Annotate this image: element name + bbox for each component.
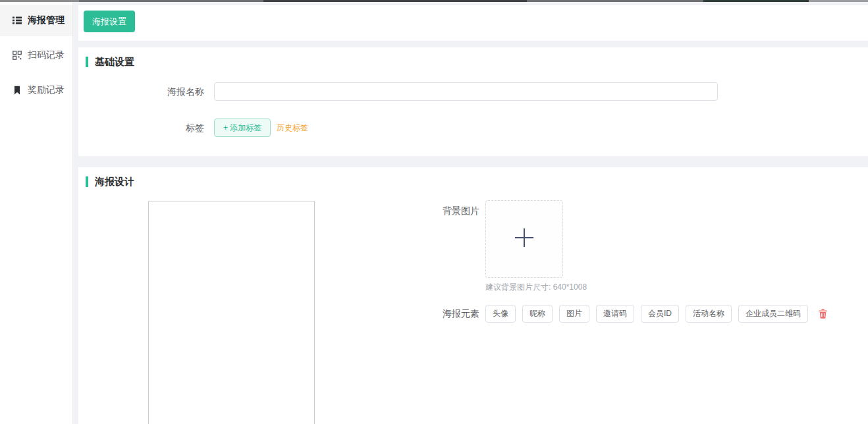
poster-name-input[interactable] — [214, 82, 718, 101]
basic-settings-header: 基础设置 — [86, 57, 134, 67]
history-tags-link[interactable]: 历史标签 — [277, 119, 308, 137]
poster-element-button[interactable]: 会员ID — [641, 305, 679, 323]
poster-element-button[interactable]: 邀请码 — [596, 305, 634, 323]
toolbar-card: 海报设置 — [78, 5, 868, 41]
plus-icon — [514, 227, 535, 251]
poster-element-button[interactable]: 昵称 — [522, 305, 553, 323]
section-title: 基础设置 — [95, 57, 134, 67]
sidebar-item-poster-management[interactable]: 海报管理 — [0, 5, 72, 36]
sidebar-item-label: 奖励记录 — [28, 84, 65, 96]
upload-size-hint: 建议背景图片尺寸: 640*1008 — [485, 282, 587, 293]
poster-element-button[interactable]: 图片 — [559, 305, 589, 323]
poster-element-button[interactable]: 活动名称 — [686, 305, 732, 323]
background-image-upload[interactable] — [485, 200, 563, 278]
poster-settings-button[interactable]: 海报设置 — [84, 11, 135, 32]
sidebar-item-label: 海报管理 — [28, 14, 65, 26]
list-icon — [13, 16, 22, 25]
poster-design-header: 海报设计 — [86, 176, 134, 187]
add-tag-button[interactable]: + 添加标签 — [214, 119, 271, 137]
sidebar-item-reward-records[interactable]: 奖励记录 — [0, 74, 72, 106]
tags-label: 标签 — [78, 119, 204, 137]
background-image-label: 背景图片 — [78, 205, 479, 216]
section-accent-bar — [86, 176, 88, 187]
section-accent-bar — [86, 57, 88, 67]
poster-name-label: 海报名称 — [78, 82, 204, 101]
poster-element-button[interactable]: 企业成员二维码 — [738, 305, 808, 323]
poster-elements-row: 头像 昵称 图片 邀请码 会员ID 活动名称 企业成员二维码 — [485, 305, 828, 323]
qrcode-icon — [13, 51, 22, 60]
basic-settings-card: 基础设置 海报名称 标签 + 添加标签 历史标签 — [78, 47, 868, 156]
bookmark-icon — [13, 86, 22, 95]
browser-edge-strip — [0, 0, 868, 2]
poster-element-button[interactable]: 头像 — [485, 305, 516, 323]
sidebar: 海报管理 扫码记录 奖励记录 — [0, 2, 73, 424]
sidebar-item-scan-records[interactable]: 扫码记录 — [0, 40, 72, 71]
trash-icon[interactable] — [818, 308, 828, 320]
section-title: 海报设计 — [95, 176, 134, 187]
poster-design-card: 海报设计 背景图片 建议背景图片尺寸: 640*1008 海报元素 头像 昵称 … — [78, 167, 868, 424]
poster-elements-label: 海报元素 — [78, 305, 479, 323]
sidebar-item-label: 扫码记录 — [28, 49, 65, 61]
